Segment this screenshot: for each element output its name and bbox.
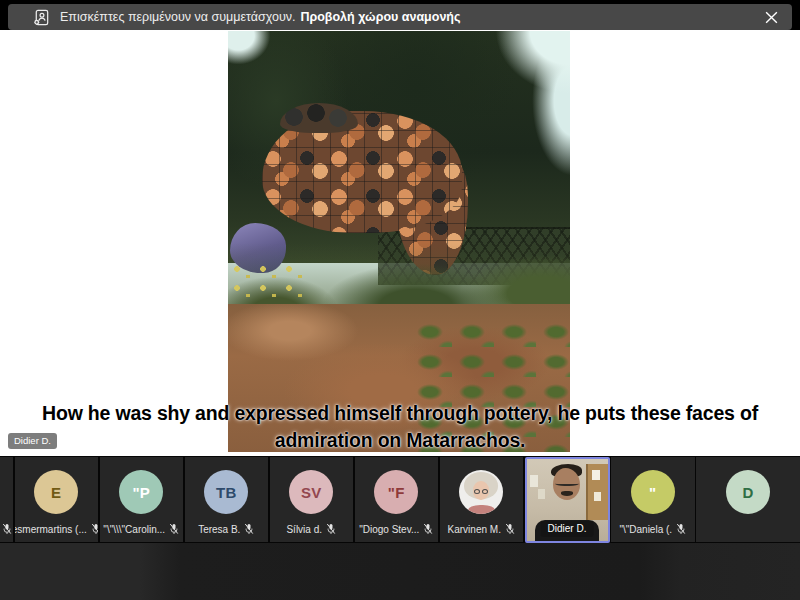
cork-board <box>586 464 608 520</box>
avatar: E <box>34 470 78 514</box>
shared-screen-stage: How he was shy and expressed himself thr… <box>0 30 800 456</box>
participant-tile[interactable]: "F "Diogo Stev... <box>355 457 439 542</box>
waiting-room-banner: Επισκέπτες περιμένουν να συμμετάσχουν. Π… <box>8 4 792 30</box>
shared-content-photo <box>228 31 570 452</box>
teams-meeting-window: Επισκέπτες περιμένουν να συμμετάσχουν. Π… <box>0 0 800 600</box>
participant-name: "\"Daniela (. <box>619 524 672 535</box>
participant-tile[interactable]: " "\"Daniela (. <box>611 457 695 542</box>
mic-off-icon <box>91 523 98 535</box>
avatar: SV <box>289 470 333 514</box>
mic-off-icon <box>244 523 254 535</box>
participants-filmstrip: E esmermartins (... "P "\"\\\"Carolin...… <box>0 456 800 543</box>
call-control-bar <box>0 543 800 600</box>
avatar: D <box>726 470 770 514</box>
participant-tile[interactable]: TB Teresa B. <box>185 457 269 542</box>
participant-tile[interactable]: D <box>696 457 800 542</box>
banner-message: Επισκέπτες περιμένουν να συμμετάσχουν. <box>60 10 295 24</box>
avatar: "F <box>374 470 418 514</box>
video-name-label: Didier D. <box>541 521 594 537</box>
participant-name: Sílvia d. <box>286 524 322 535</box>
participant-name: Teresa B. <box>198 524 240 535</box>
avatar: "P <box>119 470 163 514</box>
participant-tile-karvinen[interactable]: Karvinen M. <box>440 457 524 542</box>
caption-line-1: How he was shy and expressed himself thr… <box>0 400 800 427</box>
participant-name: Karvinen M. <box>448 524 501 535</box>
close-icon <box>764 10 779 25</box>
banner-close-button[interactable] <box>760 6 782 28</box>
participant-name: "\"\\\"Carolin... <box>103 524 165 535</box>
mic-off-icon <box>169 523 179 535</box>
caption-line-2: admiration on Matarrachos. <box>0 427 800 454</box>
presenter-name-label: Didier D. <box>8 433 57 449</box>
photo-avatar <box>459 470 503 514</box>
participant-tile[interactable]: "P "\"\\\"Carolin... <box>100 457 184 542</box>
avatar: " <box>631 470 675 514</box>
mic-off-icon <box>2 523 12 535</box>
participant-tile-partial[interactable] <box>0 457 13 542</box>
participant-tile[interactable]: E esmermartins (... <box>15 457 99 542</box>
participant-name: esmermartins (... <box>15 524 87 535</box>
photo-flowers <box>228 259 306 305</box>
mic-off-icon <box>326 523 336 535</box>
participant-tile-didier-video[interactable]: Didier D. <box>525 457 610 543</box>
mic-off-icon <box>505 523 515 535</box>
mic-off-icon <box>423 523 433 535</box>
waiting-room-icon <box>32 8 51 27</box>
participant-name: "Diogo Stev... <box>359 524 419 535</box>
participant-tile[interactable]: SV Sílvia d. <box>270 457 354 542</box>
live-captions: How he was shy and expressed himself thr… <box>0 400 800 454</box>
mic-off-icon <box>676 523 686 535</box>
view-lobby-link[interactable]: Προβολή χώρου αναμονής <box>300 10 460 24</box>
avatar: TB <box>204 470 248 514</box>
